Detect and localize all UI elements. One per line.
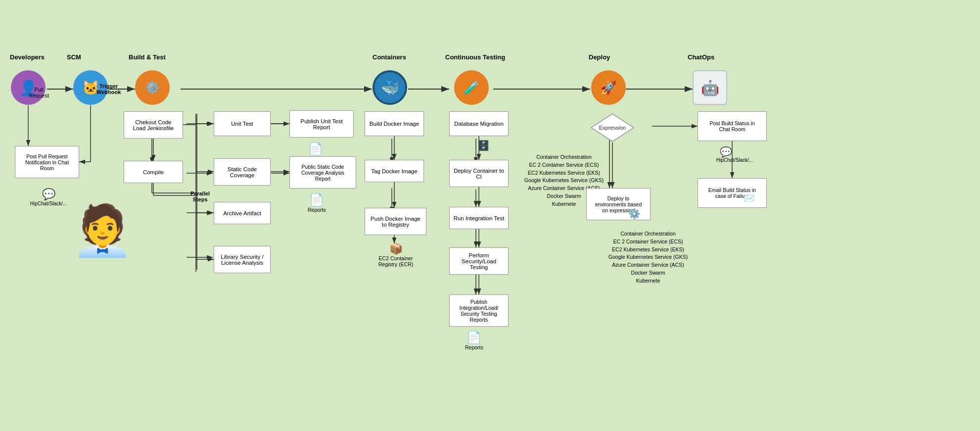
hipchat-label-1: 💬HipChat/Slack/... [19,188,78,206]
report-icon-2: 📄Reports [308,193,326,213]
col-deploy: Deploy [589,53,610,61]
archive-artifact-box: Archive Artifact [214,202,271,224]
run-integration-box: Run Integration Test [449,207,509,229]
col-buildtest: Build & Test [129,53,166,61]
col-containers: Containers [373,53,406,61]
deploy-environments-box: Deploy toenvironments basedon expression [586,188,651,220]
parallel-steps-label: ParallelSteps [190,191,210,202]
publish-integration-box: PublishIntegration/Load/Security Testing… [449,294,509,327]
deploy-circle: 🚀 [591,70,626,105]
col-chatops: ChatOps [688,53,714,61]
db-migration-box: Database Migration [449,111,509,136]
buildtest-circle: ⚙️ [135,70,170,105]
containers-circle: 🐳 [373,70,407,105]
col-continuous-testing: Continuous Testing [445,53,505,61]
col-scm: SCM [67,53,81,61]
hipchat-icon: 💬 [720,146,732,158]
trigger-webhook-label: TriggerWebhook [96,83,121,95]
email-icon: ✉️ [744,193,754,204]
push-docker-box: Push Docker Imageto Registry [365,208,426,235]
publish-unit-test-box: Publish Unit TestReport [289,110,354,138]
build-docker-box: Build Docker Image [365,111,424,136]
static-coverage-box: Static CodeCoverage [214,158,271,186]
hipchat-label-2: HipChat/Slack/... [715,157,754,163]
perform-security-box: PerformSecurity/Load Testing [449,247,509,275]
conttest-circle: 🧪 [454,70,489,105]
library-security-box: Library Security /License Analysis [214,246,271,273]
post-pull-request-box: Post Pull RequestNotification in ChatRoo… [15,146,79,178]
db-icon: 🗄️ [477,140,490,151]
jenkins-figure: 🧑‍💼 [72,205,134,255]
report-icon-3: 📄Reports [465,331,483,350]
chatops-circle: 🤖 [693,70,727,105]
expression-diamond: Expression [590,113,635,144]
svg-text:Expression: Expression [599,125,626,131]
gear-icon: ⚙️ [628,208,641,220]
tag-docker-box: Tag Docker Image [365,160,424,182]
unit-test-box: Unit Test [214,111,271,136]
compile-box: Compile [124,161,183,183]
pipeline-diagram: Developers SCM Build & Test Containers C… [0,0,980,431]
post-build-chat-box: Post Build Status inChat Room [698,111,767,141]
ec2-registry-label: 📦EC2 ContainerRegistry (ECR) [364,242,428,267]
email-build-box: Email Build Status incase of Failure [698,178,767,208]
pull-request-label: PullRequest [29,87,49,98]
deploy-container-box: Deploy Container toCI [449,160,509,187]
col-developers: Developers [10,53,45,61]
orch-list-2: Container Orchestration EC 2 Container S… [594,230,702,285]
checkout-box: Chekout CodeLoad Jenkinsfile [124,111,183,139]
public-static-box: Public Static CodeCoverage AnalysisRepor… [289,156,356,189]
